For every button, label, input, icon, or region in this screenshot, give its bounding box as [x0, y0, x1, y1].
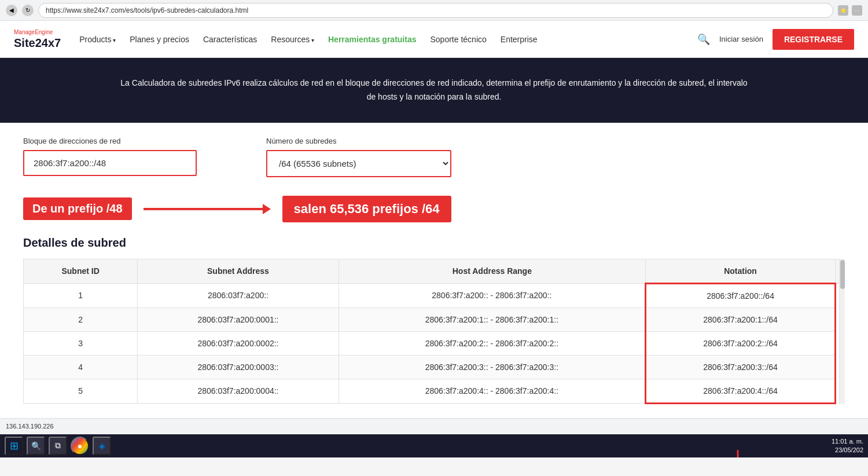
- table-row: 3 2806:03f7:a200:0002:: 2806:3f7:a200:2:…: [24, 331, 845, 355]
- cell-host-range: 2806:3f7:a200:3:: - 2806:3f7:a200:3::: [339, 355, 645, 379]
- refresh-button[interactable]: ↻: [22, 5, 34, 16]
- url-text: https://www.site24x7.com/es/tools/ipv6-s…: [46, 6, 248, 14]
- col-subnet-address: Subnet Address: [138, 259, 339, 283]
- cell-id: 5: [24, 379, 138, 403]
- url-bar[interactable]: https://www.site24x7.com/es/tools/ipv6-s…: [38, 3, 833, 18]
- arrow-annotation-row: De un prefijo /48 salen 65,536 prefijos …: [23, 196, 845, 222]
- network-block-input[interactable]: [23, 150, 197, 176]
- cell-notation: 2806:3f7:a200:2::/64: [646, 331, 836, 355]
- logo-top: ManageEngine: [14, 29, 61, 36]
- cell-host-range: 2806:3f7:a200:4:: - 2806:3f7:a200:4::: [339, 379, 645, 403]
- subnet-table: Subnet ID Subnet Address Host Address Ra…: [23, 259, 845, 404]
- main-content: Bloque de direcciones de red Número de s…: [0, 123, 868, 418]
- col-host-range: Host Address Range: [339, 259, 645, 283]
- navbar: ManageEngine Site24x7 Products Planes y …: [0, 21, 868, 58]
- cell-notation: 2806:3f7:a200::/64: [646, 283, 836, 307]
- col-notation: Notation: [646, 259, 836, 283]
- network-block-label: Bloque de direcciones de red: [23, 137, 197, 145]
- subnets-label: Número de subredes: [266, 137, 451, 145]
- cell-id: 4: [24, 355, 138, 379]
- table-row: 5 2806:03f7:a200:0004:: 2806:3f7:a200:4:…: [24, 379, 845, 403]
- taskbar-search[interactable]: 🔍: [27, 437, 45, 455]
- input-section: Bloque de direcciones de red Número de s…: [23, 137, 845, 177]
- taskbar-time-area: 11:01 a. m. 23/05/202: [832, 437, 863, 454]
- taskbar-chrome[interactable]: ●: [71, 437, 89, 455]
- taskbar: ⊞ 🔍 ⧉ ● ◈ 11:01 a. m. 23/05/202: [0, 434, 868, 457]
- cell-subnet-address: 2806:03f7:a200::: [138, 283, 339, 307]
- center-annotation-badge: salen 65,536 prefijos /64: [282, 196, 451, 222]
- hero-text: La Calculadora de subredes IPv6 realiza …: [116, 76, 752, 104]
- cell-subnet-address: 2806:03f7:a200:0004::: [138, 379, 339, 403]
- cell-host-range: 2806:3f7:a200:1:: - 2806:3f7:a200:1::: [339, 307, 645, 331]
- login-button[interactable]: Iniciar sesión: [719, 35, 763, 44]
- subnets-group: Número de subredes /64 (65536 subnets): [266, 137, 451, 177]
- cell-notation: 2806:3f7:a200:1::/64: [646, 307, 836, 331]
- left-annotation-badge: De un prefijo /48: [23, 197, 132, 220]
- cell-notation: 2806:3f7:a200:4::/64: [646, 379, 836, 403]
- nav-enterprise[interactable]: Enterprise: [501, 35, 538, 44]
- subnets-select[interactable]: /64 (65536 subnets): [266, 150, 451, 177]
- nav-resources[interactable]: Resources: [271, 35, 314, 44]
- table-row: 4 2806:03f7:a200:0003:: 2806:3f7:a200:3:…: [24, 355, 845, 379]
- status-ip: 136.143.190.226: [6, 423, 54, 430]
- taskbar-time: 11:01 a. m.: [832, 437, 863, 445]
- nav-planes[interactable]: Planes y precios: [130, 35, 189, 44]
- search-icon[interactable]: 🔍: [697, 33, 710, 46]
- nav-links: Products Planes y precios Característica…: [79, 35, 679, 44]
- back-button[interactable]: ◀: [6, 5, 17, 16]
- table-row: 2 2806:03f7:a200:0001:: 2806:3f7:a200:1:…: [24, 307, 845, 331]
- nav-soporte[interactable]: Soporte técnico: [431, 35, 487, 44]
- status-bar: 136.143.190.226: [0, 418, 868, 434]
- scrollbar-track[interactable]: [839, 259, 845, 404]
- logo[interactable]: ManageEngine Site24x7: [14, 29, 61, 50]
- cell-id: 1: [24, 283, 138, 307]
- hero-banner: La Calculadora de subredes IPv6 realiza …: [0, 58, 868, 123]
- network-block-group: Bloque de direcciones de red: [23, 137, 197, 176]
- extension-icon[interactable]: ⭐: [838, 5, 848, 16]
- cell-notation: 2806:3f7:a200:3::/64: [646, 355, 836, 379]
- scrollbar-thumb[interactable]: [840, 260, 845, 289]
- browser-icons: ⭐ ···: [838, 5, 862, 16]
- register-button[interactable]: REGISTRARSE: [773, 29, 854, 50]
- cell-id: 3: [24, 331, 138, 355]
- nav-herramientas[interactable]: Herramientas gratuitas: [328, 35, 417, 44]
- table-wrapper: Subnet ID Subnet Address Host Address Ra…: [23, 259, 845, 404]
- taskbar-date: 23/05/202: [832, 446, 863, 454]
- browser-bar: ◀ ↻ https://www.site24x7.com/es/tools/ip…: [0, 0, 868, 21]
- cell-host-range: 2806:3f7:a200:2:: - 2806:3f7:a200:2::: [339, 331, 645, 355]
- taskbar-edge[interactable]: ◈: [93, 437, 111, 455]
- nav-caracteristicas[interactable]: Características: [203, 35, 257, 44]
- cell-host-range: 2806:3f7:a200:: - 2806:3f7:a200::: [339, 283, 645, 307]
- table-row: 1 2806:03f7:a200:: 2806:3f7:a200:: - 280…: [24, 283, 845, 307]
- taskbar-task-view[interactable]: ⧉: [49, 437, 67, 455]
- nav-actions: 🔍 Iniciar sesión REGISTRARSE: [697, 29, 854, 50]
- cell-subnet-address: 2806:03f7:a200:0001::: [138, 307, 339, 331]
- cell-subnet-address: 2806:03f7:a200:0003::: [138, 355, 339, 379]
- cell-id: 2: [24, 307, 138, 331]
- logo-bottom: Site24x7: [14, 36, 61, 50]
- cell-subnet-address: 2806:03f7:a200:0002::: [138, 331, 339, 355]
- col-subnet-id: Subnet ID: [24, 259, 138, 283]
- nav-products[interactable]: Products: [79, 35, 116, 44]
- table-header-row: Subnet ID Subnet Address Host Address Ra…: [24, 259, 845, 283]
- section-title: Detalles de subred: [23, 236, 845, 250]
- windows-button[interactable]: ⊞: [5, 437, 23, 455]
- more-icon[interactable]: ···: [852, 5, 862, 16]
